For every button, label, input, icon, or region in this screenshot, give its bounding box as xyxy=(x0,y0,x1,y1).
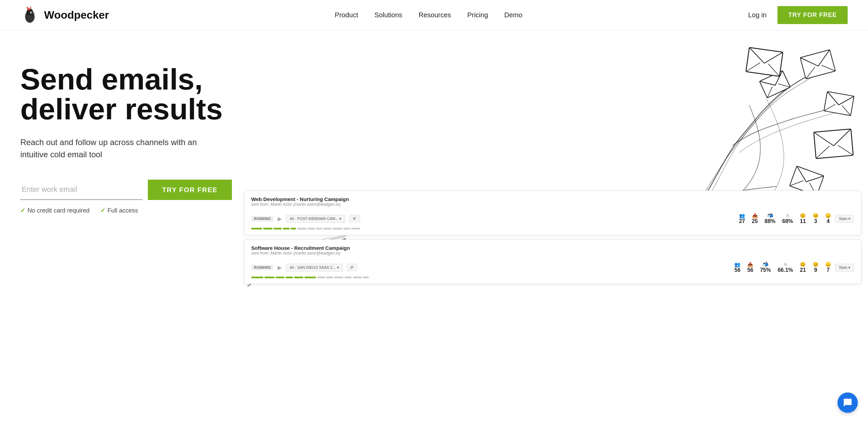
neutral-icon-2: 😐 xyxy=(813,262,818,267)
open-icon-1: 📬 xyxy=(765,213,775,218)
campaign-2-status: RUNNING xyxy=(251,265,274,270)
svg-rect-9 xyxy=(746,47,783,76)
check-icon-2: ✓ xyxy=(100,207,105,214)
nav-solutions[interactable]: Solutions xyxy=(374,11,402,19)
stat-2-val-4: 21 xyxy=(800,267,806,273)
campaign-2-progress xyxy=(251,277,854,278)
nav-right-actions: Log in TRY FOR FREE xyxy=(748,6,848,24)
stat-2-val-2: 75% xyxy=(760,267,771,273)
campaign-1-stats-btn[interactable]: Stats ▾ xyxy=(835,215,854,223)
logo-link[interactable]: Woodpecker xyxy=(20,6,109,25)
play-icon-2: ▶ xyxy=(278,264,282,271)
nav-product[interactable]: Product xyxy=(335,11,358,19)
campaign-1-progress xyxy=(251,228,854,229)
play-icon-1: ▶ xyxy=(278,216,282,222)
dashboard-preview: Web Development - Nurturing Campaign sen… xyxy=(244,190,861,288)
svg-point-3 xyxy=(31,12,32,13)
nav-resources[interactable]: Resources xyxy=(419,11,451,19)
campaign-1-status: RUNNING xyxy=(251,216,274,222)
login-link[interactable]: Log in xyxy=(748,11,767,19)
hero-content: Send emails, deliver results Reach out a… xyxy=(20,58,251,214)
svg-rect-4 xyxy=(800,50,835,79)
stat-1-val-1: 25 xyxy=(752,218,758,224)
nav-pricing[interactable]: Pricing xyxy=(467,11,488,19)
nav-demo[interactable]: Demo xyxy=(504,11,522,19)
stat-1-val-5: 3 xyxy=(813,218,818,224)
stat-1-val-6: 4 xyxy=(825,218,831,224)
nav-menu: Product Solutions Resources Pricing Demo xyxy=(335,11,522,19)
brand-name: Woodpecker xyxy=(44,9,109,21)
positive-icon-2: 😊 xyxy=(800,262,806,267)
campaign-2-filter2[interactable]: IF xyxy=(347,264,358,271)
campaign-1-filter1[interactable]: A5 · POST-WEBINAR CAM... ▾ xyxy=(286,215,345,223)
negative-icon-2: 😞 xyxy=(825,262,831,267)
campaign-2-stats-btn[interactable]: Stats ▾ xyxy=(835,264,854,271)
hero-visual: Web Development - Nurturing Campaign sen… xyxy=(264,58,848,288)
contacts-icon-2: 👥 xyxy=(734,262,741,267)
neutral-icon-1: 😐 xyxy=(813,213,818,218)
hero-section: Send emails, deliver results Reach out a… xyxy=(0,31,868,288)
stat-1-val-2: 88% xyxy=(765,218,775,224)
stat-1-val-3: 68% xyxy=(782,218,793,224)
stat-2-val-5: 9 xyxy=(813,267,818,273)
perk-no-credit-card: ✓ No credit card required xyxy=(20,207,90,214)
negative-icon-1: 😞 xyxy=(825,213,831,218)
perk2-label: Full access xyxy=(107,207,138,214)
campaign-card-1: Web Development - Nurturing Campaign sen… xyxy=(244,190,861,235)
campaign-2-title: Software House - Recruitment Campaign xyxy=(251,245,350,251)
stat-2-val-6: 7 xyxy=(825,267,831,273)
campaign-2-filter1[interactable]: A5 · SAN DIEGO SAAS C... ▾ xyxy=(286,264,342,271)
hero-subheadline: Reach out and follow up across channels … xyxy=(20,136,217,161)
perk1-label: No credit card required xyxy=(27,207,90,214)
check-icon-1: ✓ xyxy=(20,207,25,214)
click-icon-2: 🖱 xyxy=(778,262,793,267)
campaign-1-title: Web Development - Nurturing Campaign xyxy=(251,196,349,202)
stat-2-val-0: 56 xyxy=(734,267,741,273)
svg-rect-6 xyxy=(814,129,853,158)
svg-rect-5 xyxy=(824,92,854,116)
perk-full-access: ✓ Full access xyxy=(100,207,138,214)
email-input[interactable] xyxy=(20,180,142,200)
nav-try-free-button[interactable]: TRY FOR FREE xyxy=(777,6,848,24)
campaign-2-sender: sent from: Martin Astor (martin.astor@le… xyxy=(251,251,350,256)
positive-icon-1: 😊 xyxy=(800,213,806,218)
stat-1-val-4: 11 xyxy=(800,218,806,224)
stat-2-val-3: 66.1% xyxy=(778,267,793,273)
campaign-1-stats: 👥 27 📤 25 📬 88% 🖱 68 xyxy=(739,213,831,224)
campaign-1-sender: sent from: Martin Astor (martin.astor@le… xyxy=(251,202,349,207)
campaign-card-2: Software House - Recruitment Campaign se… xyxy=(244,239,861,284)
sent-icon-2: 📤 xyxy=(747,262,753,267)
contacts-icon-1: 👥 xyxy=(739,213,745,218)
hero-email-form: TRY FOR FREE xyxy=(20,180,251,200)
stat-2-val-1: 56 xyxy=(747,267,753,273)
stat-1-val-0: 27 xyxy=(739,218,745,224)
campaign-1-filter2[interactable]: IF xyxy=(349,215,360,222)
hero-perks: ✓ No credit card required ✓ Full access xyxy=(20,207,251,214)
hero-headline: Send emails, deliver results xyxy=(20,64,251,124)
open-icon-2: 📬 xyxy=(760,262,771,267)
hero-try-free-button[interactable]: TRY FOR FREE xyxy=(148,180,232,200)
sent-icon-1: 📤 xyxy=(752,213,758,218)
campaign-2-stats: 👥 56 📤 56 📬 75% 🖱 66 xyxy=(734,262,831,273)
click-icon-1: 🖱 xyxy=(782,213,793,218)
woodpecker-logo-icon xyxy=(20,6,39,25)
navigation: Woodpecker Product Solutions Resources P… xyxy=(0,0,868,31)
